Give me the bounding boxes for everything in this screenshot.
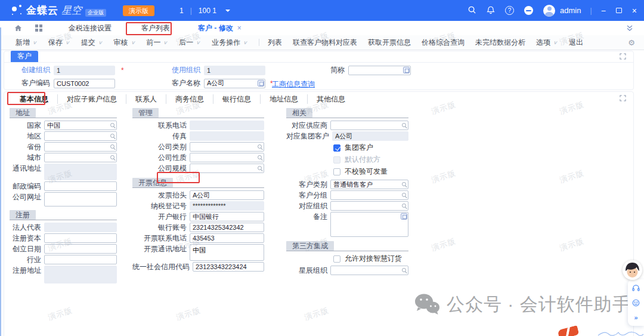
tab-customer-edit[interactable]: 客户 - 修改× <box>185 23 247 33</box>
action-exit[interactable]: 退出 <box>569 38 583 48</box>
username[interactable]: admin <box>560 6 581 15</box>
checkbox-unchecked-icon[interactable] <box>333 255 340 263</box>
lookup-magnifier-icon[interactable] <box>402 193 406 197</box>
lookup-magnifier-icon[interactable] <box>110 123 114 127</box>
menu-new[interactable]: 新增 <box>16 38 36 48</box>
use-org-input[interactable] <box>204 66 265 75</box>
headset-icon[interactable] <box>632 284 640 294</box>
action-list[interactable]: 列表 <box>268 38 282 48</box>
country-input[interactable] <box>44 121 117 130</box>
province-input[interactable] <box>44 142 117 152</box>
customer-name-input[interactable] <box>204 79 265 88</box>
maximize-button[interactable] <box>616 8 622 13</box>
checkbox-checked-icon[interactable] <box>333 144 340 152</box>
credit-code-input[interactable] <box>193 262 264 272</box>
collapse-double-chevron-icon[interactable] <box>626 24 633 32</box>
menu-previous[interactable]: 前一 <box>146 38 167 48</box>
lookup-magnifier-icon[interactable] <box>258 144 262 149</box>
customer-service-avatar[interactable] <box>623 260 642 280</box>
assist-icon[interactable] <box>403 67 410 73</box>
business-info-query-link[interactable]: 工商信息查询 <box>272 79 315 90</box>
star-org-input[interactable] <box>330 266 408 275</box>
tab-sub-account[interactable]: 对应子账户信息 <box>57 94 126 104</box>
checkbox-row-group-customer[interactable]: 集团客户 <box>333 143 408 153</box>
home-icon[interactable] <box>14 24 22 32</box>
mapped-org-input[interactable] <box>330 201 408 211</box>
invoice-address-textarea[interactable]: 中国 <box>190 244 264 261</box>
create-org-input[interactable] <box>54 66 115 75</box>
tab-basic-info[interactable]: 基本信息 <box>11 94 57 104</box>
tax-reg-no-input[interactable] <box>190 201 264 211</box>
gear-icon[interactable] <box>628 38 635 47</box>
checkbox-row-default-payer[interactable]: 默认付款方 <box>333 155 408 165</box>
minimize-button[interactable]: − <box>601 7 606 15</box>
phone-input[interactable] <box>190 121 264 130</box>
legal-rep-input[interactable] <box>44 223 117 232</box>
close-button[interactable]: × <box>632 7 637 15</box>
tab-customer-list[interactable]: 客户列表 <box>126 23 185 33</box>
lookup-magnifier-icon[interactable] <box>402 268 406 272</box>
lookup-magnifier-icon[interactable] <box>402 182 406 186</box>
menu-business-ops[interactable]: 业务操作 <box>212 38 247 48</box>
lookup-magnifier-icon[interactable] <box>110 134 114 138</box>
search-icon[interactable] <box>467 5 476 16</box>
checkbox-row-smart-order[interactable]: 允许对接智慧订货 <box>333 254 408 264</box>
tab-tax-connection[interactable]: 金税连接设置 <box>54 23 126 33</box>
bank-account-input[interactable] <box>190 223 264 232</box>
tab-close-icon[interactable]: × <box>237 24 242 32</box>
user-avatar[interactable] <box>543 5 555 17</box>
supplier-input[interactable] <box>330 121 408 130</box>
company-nature-input[interactable] <box>190 153 264 162</box>
action-unfinished-analysis[interactable]: 未完结数据分析 <box>475 38 525 48</box>
assist-icon[interactable] <box>258 80 264 87</box>
apps-grid-icon[interactable] <box>35 24 38 27</box>
action-linked-material-table[interactable]: 联查客户物料对应表 <box>293 38 357 48</box>
tab-business-info[interactable]: 商务信息 <box>166 94 213 104</box>
tab-other-info[interactable]: 其他信息 <box>307 94 354 104</box>
customer-code-input[interactable] <box>54 79 115 88</box>
lookup-magnifier-icon[interactable] <box>110 155 114 159</box>
website-input[interactable] <box>44 192 117 206</box>
comm-address-textarea[interactable] <box>44 164 117 180</box>
menu-audit[interactable]: 审核 <box>114 38 135 48</box>
action-get-invoice-info[interactable]: 获取开票信息 <box>368 38 411 48</box>
menu-next[interactable]: 后一 <box>179 38 200 48</box>
bank-input[interactable] <box>190 212 264 221</box>
expand-panel-icon[interactable] <box>620 95 626 101</box>
tab-contacts[interactable]: 联系人 <box>126 94 166 104</box>
lookup-magnifier-icon[interactable] <box>110 144 114 149</box>
postcode-input[interactable] <box>44 181 117 191</box>
org-context-switcher[interactable]: 1 | 100 1 <box>179 7 230 15</box>
capital-input[interactable] <box>44 233 117 243</box>
menu-options[interactable]: 选项 <box>536 38 557 48</box>
checkbox-unchecked-icon[interactable] <box>333 168 340 175</box>
status-dnd-icon[interactable] <box>524 6 533 15</box>
menu-submit[interactable]: 提交 <box>81 38 102 48</box>
reg-address-textarea[interactable] <box>44 266 117 283</box>
lookup-magnifier-icon[interactable] <box>402 123 406 127</box>
lookup-magnifier-icon[interactable] <box>258 166 262 170</box>
group-customer-input[interactable] <box>332 131 408 141</box>
checkbox-row-no-check-qty[interactable]: 不校验可发量 <box>333 167 408 177</box>
fax-input[interactable] <box>190 131 264 141</box>
company-scale-input[interactable] <box>190 164 264 173</box>
short-name-input[interactable] <box>348 66 411 75</box>
menu-save[interactable]: 保存 <box>48 38 69 48</box>
notification-bell-icon[interactable] <box>487 5 495 16</box>
industry-input[interactable] <box>44 255 117 264</box>
customer-category-input[interactable] <box>330 180 408 189</box>
action-price-query[interactable]: 价格综合查询 <box>422 38 465 48</box>
lookup-magnifier-icon[interactable] <box>402 204 406 208</box>
region-input[interactable] <box>44 131 117 141</box>
invoice-title-input[interactable] <box>190 190 264 200</box>
tab-bank-info[interactable]: 银行信息 <box>213 94 260 104</box>
smiley-feedback-icon[interactable] <box>632 299 640 309</box>
tab-address-info[interactable]: 地址信息 <box>260 94 307 104</box>
lookup-magnifier-icon[interactable] <box>258 155 262 159</box>
customer-group-input[interactable] <box>330 190 408 200</box>
assist-icon[interactable] <box>401 213 407 220</box>
invoice-phone-input[interactable] <box>190 233 264 243</box>
more-chevrons-icon[interactable] <box>634 314 637 321</box>
remark-textarea[interactable] <box>330 212 408 237</box>
company-category-input[interactable] <box>190 142 264 152</box>
